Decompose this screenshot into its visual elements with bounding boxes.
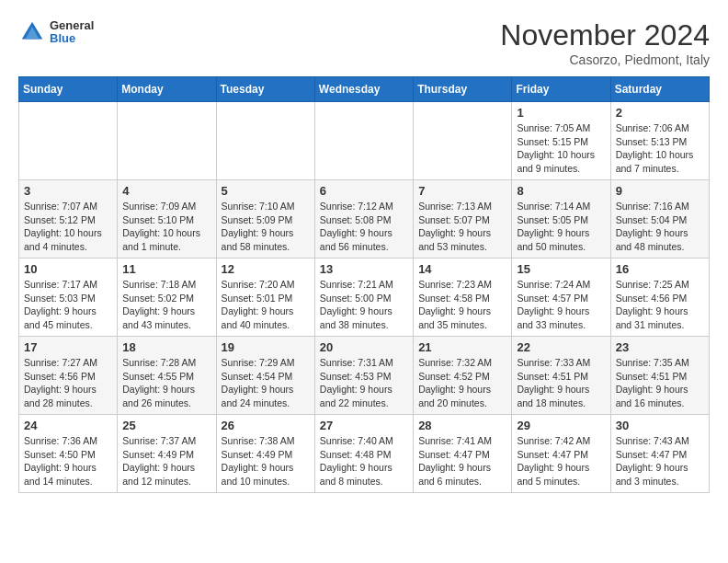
day-number: 1	[517, 106, 605, 120]
day-info: Sunrise: 7:07 AM Sunset: 5:12 PM Dayligh…	[24, 200, 112, 254]
logo-text: General Blue	[50, 19, 94, 46]
calendar-cell: 27Sunrise: 7:40 AM Sunset: 4:48 PM Dayli…	[314, 415, 413, 493]
calendar-cell: 5Sunrise: 7:10 AM Sunset: 5:09 PM Daylig…	[216, 180, 314, 259]
day-info: Sunrise: 7:16 AM Sunset: 5:04 PM Dayligh…	[616, 200, 704, 254]
day-info: Sunrise: 7:13 AM Sunset: 5:07 PM Dayligh…	[418, 200, 506, 254]
week-row-5: 24Sunrise: 7:36 AM Sunset: 4:50 PM Dayli…	[19, 415, 710, 493]
calendar-cell: 30Sunrise: 7:43 AM Sunset: 4:47 PM Dayli…	[610, 415, 709, 493]
day-info: Sunrise: 7:20 AM Sunset: 5:01 PM Dayligh…	[222, 278, 310, 332]
calendar-cell: 13Sunrise: 7:21 AM Sunset: 5:00 PM Dayli…	[314, 259, 413, 337]
day-info: Sunrise: 7:31 AM Sunset: 4:53 PM Dayligh…	[320, 356, 408, 410]
day-number: 20	[320, 340, 408, 354]
day-number: 5	[222, 184, 310, 198]
day-info: Sunrise: 7:05 AM Sunset: 5:15 PM Dayligh…	[517, 121, 605, 176]
day-number: 14	[418, 262, 506, 276]
weekday-header-sunday: Sunday	[19, 77, 118, 102]
week-row-3: 10Sunrise: 7:17 AM Sunset: 5:03 PM Dayli…	[19, 259, 710, 337]
day-info: Sunrise: 7:36 AM Sunset: 4:50 PM Dayligh…	[24, 434, 112, 488]
calendar-cell: 24Sunrise: 7:36 AM Sunset: 4:50 PM Dayli…	[19, 415, 118, 493]
day-number: 28	[418, 419, 506, 432]
day-info: Sunrise: 7:25 AM Sunset: 4:56 PM Dayligh…	[616, 278, 704, 332]
calendar-cell: 11Sunrise: 7:18 AM Sunset: 5:02 PM Dayli…	[118, 259, 216, 337]
weekday-header-wednesday: Wednesday	[314, 77, 413, 102]
week-row-1: 1Sunrise: 7:05 AM Sunset: 5:15 PM Daylig…	[19, 102, 710, 180]
calendar-cell: 18Sunrise: 7:28 AM Sunset: 4:55 PM Dayli…	[118, 337, 216, 415]
day-info: Sunrise: 7:24 AM Sunset: 4:57 PM Dayligh…	[517, 278, 605, 332]
day-info: Sunrise: 7:35 AM Sunset: 4:51 PM Dayligh…	[616, 356, 704, 410]
calendar-cell: 7Sunrise: 7:13 AM Sunset: 5:07 PM Daylig…	[414, 180, 512, 259]
calendar-cell	[19, 102, 118, 180]
calendar: SundayMondayTuesdayWednesdayThursdayFrid…	[18, 76, 710, 493]
calendar-cell: 6Sunrise: 7:12 AM Sunset: 5:08 PM Daylig…	[314, 180, 413, 259]
logo-blue: Blue	[50, 32, 94, 45]
calendar-cell: 21Sunrise: 7:32 AM Sunset: 4:52 PM Dayli…	[414, 337, 512, 415]
calendar-cell: 20Sunrise: 7:31 AM Sunset: 4:53 PM Dayli…	[314, 337, 413, 415]
calendar-cell: 8Sunrise: 7:14 AM Sunset: 5:05 PM Daylig…	[512, 180, 610, 259]
day-number: 2	[616, 106, 704, 120]
calendar-cell: 28Sunrise: 7:41 AM Sunset: 4:47 PM Dayli…	[414, 415, 512, 493]
calendar-cell	[216, 102, 314, 180]
day-number: 4	[122, 184, 210, 198]
day-info: Sunrise: 7:29 AM Sunset: 4:54 PM Dayligh…	[222, 356, 310, 410]
week-row-2: 3Sunrise: 7:07 AM Sunset: 5:12 PM Daylig…	[19, 180, 710, 259]
day-info: Sunrise: 7:32 AM Sunset: 4:52 PM Dayligh…	[418, 356, 506, 410]
day-number: 11	[122, 262, 210, 276]
day-info: Sunrise: 7:18 AM Sunset: 5:02 PM Dayligh…	[122, 278, 210, 332]
calendar-cell: 14Sunrise: 7:23 AM Sunset: 4:58 PM Dayli…	[414, 259, 512, 337]
day-number: 29	[517, 419, 605, 432]
day-info: Sunrise: 7:37 AM Sunset: 4:49 PM Dayligh…	[122, 434, 210, 488]
logo-icon	[18, 18, 46, 46]
calendar-cell: 25Sunrise: 7:37 AM Sunset: 4:49 PM Dayli…	[118, 415, 216, 493]
weekday-header-friday: Friday	[512, 77, 610, 102]
day-info: Sunrise: 7:42 AM Sunset: 4:47 PM Dayligh…	[517, 434, 605, 488]
page-header: General Blue November 2024 Casorzo, Pied…	[18, 18, 710, 67]
day-number: 3	[24, 184, 112, 198]
day-number: 17	[24, 340, 112, 354]
day-number: 24	[24, 419, 112, 432]
day-info: Sunrise: 7:28 AM Sunset: 4:55 PM Dayligh…	[122, 356, 210, 410]
day-info: Sunrise: 7:38 AM Sunset: 4:49 PM Dayligh…	[222, 434, 310, 488]
day-info: Sunrise: 7:10 AM Sunset: 5:09 PM Dayligh…	[222, 200, 310, 254]
calendar-cell: 19Sunrise: 7:29 AM Sunset: 4:54 PM Dayli…	[216, 337, 314, 415]
day-info: Sunrise: 7:21 AM Sunset: 5:00 PM Dayligh…	[320, 278, 408, 332]
day-info: Sunrise: 7:33 AM Sunset: 4:51 PM Dayligh…	[517, 356, 605, 410]
calendar-cell	[118, 102, 216, 180]
calendar-cell: 26Sunrise: 7:38 AM Sunset: 4:49 PM Dayli…	[216, 415, 314, 493]
logo: General Blue	[18, 18, 94, 46]
day-number: 10	[24, 262, 112, 276]
title-block: November 2024 Casorzo, Piedmont, Italy	[500, 18, 710, 67]
day-info: Sunrise: 7:27 AM Sunset: 4:56 PM Dayligh…	[24, 356, 112, 410]
calendar-cell: 29Sunrise: 7:42 AM Sunset: 4:47 PM Dayli…	[512, 415, 610, 493]
day-number: 19	[222, 340, 310, 354]
calendar-cell: 10Sunrise: 7:17 AM Sunset: 5:03 PM Dayli…	[19, 259, 118, 337]
location: Casorzo, Piedmont, Italy	[500, 52, 710, 67]
day-number: 7	[418, 184, 506, 198]
day-info: Sunrise: 7:06 AM Sunset: 5:13 PM Dayligh…	[616, 121, 704, 176]
day-number: 22	[517, 340, 605, 354]
day-info: Sunrise: 7:12 AM Sunset: 5:08 PM Dayligh…	[320, 200, 408, 254]
weekday-header-saturday: Saturday	[610, 77, 709, 102]
day-info: Sunrise: 7:14 AM Sunset: 5:05 PM Dayligh…	[517, 200, 605, 254]
day-info: Sunrise: 7:40 AM Sunset: 4:48 PM Dayligh…	[320, 434, 408, 488]
day-number: 8	[517, 184, 605, 198]
calendar-cell: 3Sunrise: 7:07 AM Sunset: 5:12 PM Daylig…	[19, 180, 118, 259]
day-number: 9	[616, 184, 704, 198]
day-number: 12	[222, 262, 310, 276]
day-number: 30	[616, 419, 704, 432]
day-number: 13	[320, 262, 408, 276]
day-number: 23	[616, 340, 704, 354]
day-number: 6	[320, 184, 408, 198]
calendar-cell: 4Sunrise: 7:09 AM Sunset: 5:10 PM Daylig…	[118, 180, 216, 259]
calendar-cell: 12Sunrise: 7:20 AM Sunset: 5:01 PM Dayli…	[216, 259, 314, 337]
day-number: 25	[122, 419, 210, 432]
weekday-header-thursday: Thursday	[414, 77, 512, 102]
day-number: 16	[616, 262, 704, 276]
calendar-cell	[314, 102, 413, 180]
calendar-cell: 23Sunrise: 7:35 AM Sunset: 4:51 PM Dayli…	[610, 337, 709, 415]
day-info: Sunrise: 7:41 AM Sunset: 4:47 PM Dayligh…	[418, 434, 506, 488]
calendar-cell	[414, 102, 512, 180]
day-info: Sunrise: 7:17 AM Sunset: 5:03 PM Dayligh…	[24, 278, 112, 332]
calendar-cell: 17Sunrise: 7:27 AM Sunset: 4:56 PM Dayli…	[19, 337, 118, 415]
weekday-header-monday: Monday	[118, 77, 216, 102]
calendar-cell: 9Sunrise: 7:16 AM Sunset: 5:04 PM Daylig…	[610, 180, 709, 259]
